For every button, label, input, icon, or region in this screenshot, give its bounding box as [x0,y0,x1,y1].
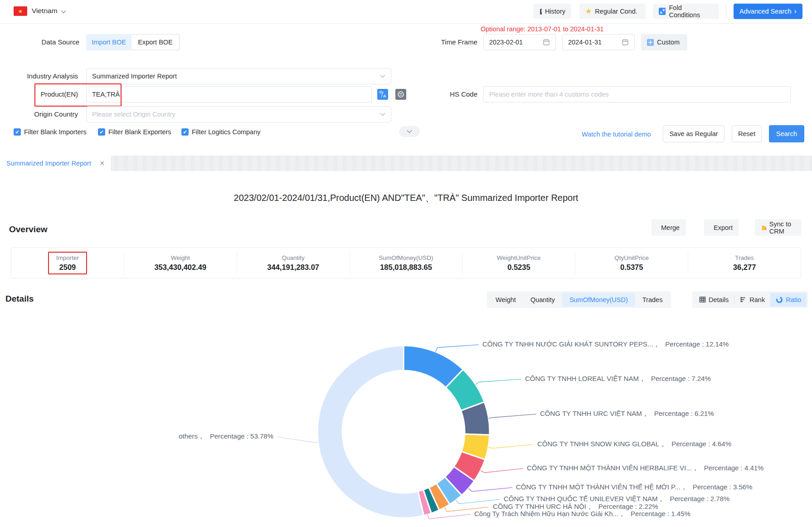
donut-chart-icon [776,296,783,303]
chart-label: CÔNG TY TNHH SNOW KING GLOBAL，Percentage… [537,440,731,449]
chart-label-name: CÔNG TY TNHH SNOW KING GLOBAL， [537,440,666,448]
overview-stat: WeightUnitPrice0.5235 [462,252,575,274]
reset-button[interactable]: Reset [732,125,762,142]
tab-rank-view[interactable]: Rank [734,293,770,307]
overview-stat: Trades36,277 [688,252,801,274]
custom-grid-icon [647,39,654,46]
chart-label-name: CÔNG TY TNHH QUỐC TẾ UNILEVER VIỆT NAM， [504,495,665,503]
fuzzy-match-icon[interactable] [395,89,406,100]
view-tabs: Details Rank Ratio [692,291,808,308]
ratio-donut-chart: CÔNG TY TNHH NƯỚC GIẢI KHÁT SUNTORY PEPS… [0,313,812,527]
chevron-down-icon[interactable] [61,10,66,14]
tab-trades[interactable]: Trades [635,293,670,307]
hs-code-value[interactable] [489,91,785,98]
chart-label-name: Công Ty Trách Nhiệm Hữu Hạn Nước Giải Kh… [474,510,625,517]
details-heading: Details [5,294,34,304]
chart-label: CÔNG TY TNHH MỘT THÀNH VIÊN THẾ HỆ MỚI P… [516,483,752,492]
hs-code-input[interactable] [483,86,791,102]
chart-label-percentage: Percentage : 4.41% [704,464,764,472]
report-tab-strip: Summarized Importer Report ✕ [0,156,812,171]
stat-label: Weight [154,254,206,261]
report-title: 2023/02/01-2024/01/31,Product(EN) AND"TE… [0,192,812,204]
stat-value: 353,430,402.49 [154,263,206,272]
checkbox-checked-icon[interactable]: ✔ [181,128,189,136]
chart-label-percentage: Percentage : 12.14% [665,340,729,348]
stat-label: QtyUnitPrice [614,254,649,261]
import-boe-tab[interactable]: Import BOE [86,34,131,50]
chart-label-percentage: Percentage : 1.45% [631,510,690,517]
product-en-input[interactable] [86,86,372,102]
chart-label-percentage: Percentage : 3.56% [693,483,753,491]
chart-label-line [277,437,318,443]
chart-label-percentage: Percentage : 2.22% [598,503,658,510]
country-selector[interactable]: Vietnam [32,7,58,15]
chevron-down-icon [380,112,385,116]
chart-label-percentage: Percentage : 53.78% [210,432,273,440]
overview-stats-card: Importer2509Weight353,430,402.49Quantity… [11,247,801,278]
industry-analysis-label: Industry Analysis [0,72,78,80]
save-as-regular-button[interactable]: Save as Regular [663,125,724,142]
chart-label-line [488,444,534,448]
advanced-search-button[interactable]: Advanced Search › [734,4,802,19]
origin-country-select[interactable]: Please select Origin Country [86,106,391,122]
sync-to-crm-button[interactable]: Sync to CRM [755,219,802,236]
chart-label: CÔNG TY TNHH MỘT THÀNH VIÊN HERBALIFE VI… [527,464,763,473]
date-to-field[interactable]: 2024-01-31 [562,34,635,50]
date-from-field[interactable]: 2023-02-01 [483,34,556,50]
fold-conditions-button[interactable]: Fold Conditions [653,4,719,19]
close-icon[interactable]: ✕ [99,160,105,167]
metric-tabs: Weight Quantity SumOfMoney(USD) Trades [487,291,671,308]
chevron-down-icon [380,74,385,78]
chart-label-name: others， [179,432,204,440]
chart-label-percentage: Percentage : 4.64% [671,440,731,448]
chart-label: CÔNG TY TNHH NƯỚC GIẢI KHÁT SUNTORY PEPS… [482,340,729,349]
filter-logitics-company-checkbox[interactable]: ✔ Filter Logitics Company [181,128,261,136]
history-icon [539,8,542,15]
fold-icon [659,8,666,15]
checkbox-checked-icon[interactable]: ✔ [14,128,21,136]
tab-summarized-importer-report[interactable]: Summarized Importer Report ✕ [0,156,112,171]
search-button[interactable]: Search [769,125,804,142]
regular-cond-button[interactable]: ★ Regular Cond. [579,4,646,19]
merge-button[interactable]: Merge [652,219,686,236]
history-button[interactable]: History [533,4,571,19]
calendar-icon [543,39,550,46]
chart-label-line [476,379,521,385]
chart-label-line [489,414,536,418]
export-button[interactable]: Export [704,219,739,236]
tab-ratio-view[interactable]: Ratio [770,293,807,307]
chart-label-line [428,514,471,519]
star-icon: ★ [585,8,592,15]
stat-value: 344,191,283.07 [267,263,319,272]
chart-label: CÔNG TY TNHH URC VIỆT NAM，Percentage : 6… [540,410,714,418]
origin-country-label: Origin Country [0,110,78,118]
chart-label-percentage: Percentage : 2.78% [670,495,730,503]
tab-weight[interactable]: Weight [488,293,523,307]
custom-range-button[interactable]: Custom [641,34,687,50]
chart-label: Công Ty Trách Nhiệm Hữu Hạn Nước Giải Kh… [474,510,690,518]
tab-sumofmoney-usd[interactable]: SumOfMoney(USD) [562,293,635,307]
stat-value: 0.5235 [497,263,541,272]
chart-label-line [481,468,523,473]
watch-tutorial-link[interactable]: Watch the tutorial demo [582,131,651,138]
tab-quantity[interactable]: Quantity [523,293,562,307]
stat-label: Importer [56,254,79,261]
overview-stat: SumOfMoney(USD)185,018,883.65 [350,252,462,274]
filter-blank-exporters-checkbox[interactable]: ✔ Filter Blank Exporters [98,128,171,136]
time-frame-label: Time Frame [408,38,477,46]
stat-label: Trades [733,254,756,261]
chart-label-name: CÔNG TY TNHH LOREAL VIỆT NAM， [525,375,646,382]
filter-blank-importers-checkbox[interactable]: ✔ Filter Blank Importers [14,128,87,136]
translate-icon[interactable]: 中A [377,89,388,100]
top-bar: ★ Vietnam History ★ Regular Cond. Fold C… [0,0,812,24]
data-source-segmented: Import BOE Export BOE [86,34,180,50]
product-en-value[interactable] [92,91,366,98]
industry-analysis-select[interactable]: Summarized Importer Report [86,68,391,84]
expand-conditions-button[interactable] [399,126,420,137]
tab-details-view[interactable]: Details [694,293,734,307]
export-boe-tab[interactable]: Export BOE [131,34,180,50]
checkbox-checked-icon[interactable]: ✔ [98,128,105,136]
chart-label-percentage: Percentage : 7.24% [651,375,711,382]
optional-range-note: Optional range: 2013-07-01 to 2024-01-31 [481,25,604,33]
donut-slice[interactable] [317,346,424,518]
